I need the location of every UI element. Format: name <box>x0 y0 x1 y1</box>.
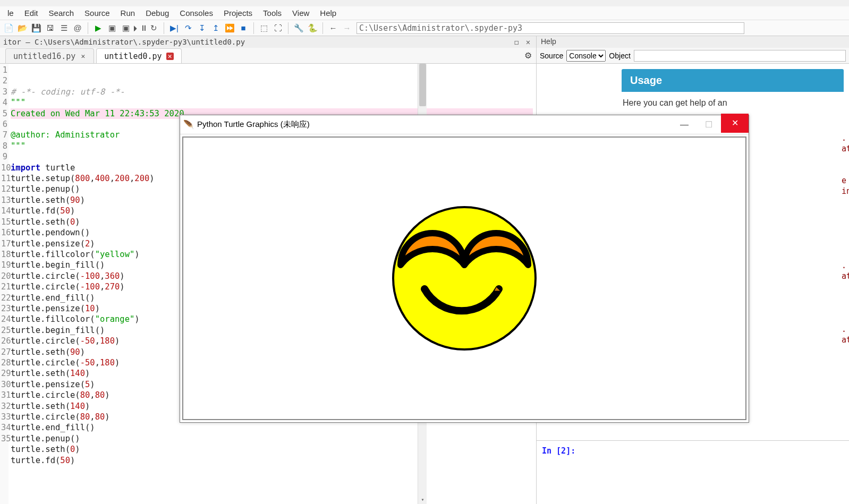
usage-text: Here you can get help of an <box>622 92 844 114</box>
menubar: leEditSearchSourceRunDebugConsolesProjec… <box>0 6 849 20</box>
stop-debug-icon[interactable]: ■ <box>237 22 250 35</box>
console-fragment: In [2]: <box>537 440 849 504</box>
app-titlebar <box>0 0 849 6</box>
fullscreen-icon[interactable]: ⛶ <box>271 22 284 35</box>
undock-icon[interactable]: ◻ <box>512 38 521 46</box>
console-slice: .atein.at.at <box>842 133 849 345</box>
open-file-icon[interactable]: 📂 <box>16 22 29 35</box>
menu-help[interactable]: Help <box>315 6 342 20</box>
rerun-icon[interactable]: ↻ <box>147 22 160 35</box>
workdir-input[interactable] <box>356 22 744 34</box>
close-button[interactable]: ✕ <box>721 114 749 133</box>
code-line[interactable]: turtle.end_fill() <box>11 422 533 433</box>
menu-debug[interactable]: Debug <box>140 6 174 20</box>
menu-tools[interactable]: Tools <box>258 6 287 20</box>
turtle-canvas <box>182 136 746 420</box>
main-toolbar: 📄 📂 💾 🖫 ☰ @ ▶ ▣ ▣ ⏵⏸ ↻ ▶| ↷ ↧ ↥ ⏩ ■ ⬚ ⛶ … <box>0 20 849 36</box>
tab-label: untitled0.py <box>104 52 162 61</box>
new-file-icon[interactable]: 📄 <box>2 22 15 35</box>
separator <box>253 22 254 34</box>
save-icon[interactable]: 💾 <box>30 22 43 35</box>
run-icon[interactable]: ▶ <box>92 22 105 35</box>
run-cell-next-icon[interactable]: ▣ <box>120 22 132 35</box>
scrollbar-thumb[interactable] <box>419 64 426 106</box>
object-label: Object <box>609 52 630 60</box>
usage-heading: Usage <box>622 69 844 92</box>
at-icon[interactable]: @ <box>71 22 84 35</box>
menu-run[interactable]: Run <box>115 6 141 20</box>
run-cell-icon[interactable]: ▣ <box>106 22 118 35</box>
close-panel-icon[interactable]: ✕ <box>523 38 533 46</box>
source-label: Source <box>540 52 563 60</box>
menu-search[interactable]: Search <box>44 6 80 20</box>
code-line[interactable]: turtle.fd(50) <box>11 455 533 466</box>
step-into-icon[interactable]: ↧ <box>196 22 208 35</box>
maximize-pane-icon[interactable]: ⬚ <box>258 22 270 35</box>
source-select[interactable]: Console <box>566 50 606 62</box>
continue-icon[interactable]: ⏩ <box>223 22 236 35</box>
object-input[interactable] <box>634 50 846 62</box>
python-feather-icon: 🪶 <box>183 119 194 130</box>
debug-icon[interactable]: ▶| <box>168 22 181 35</box>
menu-projects[interactable]: Projects <box>218 6 258 20</box>
smiley-drawing <box>390 204 539 353</box>
save-all-icon[interactable]: 🖫 <box>44 22 56 35</box>
code-line[interactable]: turtle.seth(0) <box>11 444 533 455</box>
maximize-button[interactable]: ☐ <box>697 117 721 133</box>
tab-close-icon[interactable]: ✕ <box>80 52 86 60</box>
preferences-icon[interactable]: 🔧 <box>292 22 305 35</box>
menu-source[interactable]: Source <box>79 6 115 20</box>
forward-icon[interactable]: → <box>341 22 353 35</box>
tab-label: untitled16.py <box>13 52 75 61</box>
console-prompt[interactable]: In [2]: <box>542 446 575 456</box>
menu-view[interactable]: View <box>287 6 315 20</box>
python-path-icon[interactable]: 🐍 <box>306 22 319 35</box>
tab-untitled16-py[interactable]: untitled16.py✕ <box>5 48 94 63</box>
code-line[interactable]: turtle.penup() <box>11 433 533 444</box>
list-icon[interactable]: ☰ <box>57 22 70 35</box>
separator <box>164 22 164 34</box>
separator <box>288 22 288 34</box>
turtle-window-title: Python Turtle Graphics (未响应) <box>197 119 310 130</box>
editor-title: itor — C:\Users\Administrator\.spyder-py… <box>0 36 536 48</box>
step-out-icon[interactable]: ↥ <box>209 22 222 35</box>
separator <box>88 22 88 34</box>
turtle-graphics-window[interactable]: 🪶 Python Turtle Graphics (未响应) — ☐ ✕ <box>180 115 749 423</box>
separator <box>322 22 323 34</box>
menu-edit[interactable]: Edit <box>19 6 44 20</box>
tab-close-icon[interactable]: ✕ <box>166 53 174 60</box>
line-gutter: 1 2 3 4 5 6 7 8 9 10 11 12 13 14 15 16 1… <box>0 64 9 504</box>
editor-options-icon[interactable]: ⚙ <box>524 50 532 61</box>
minimize-button[interactable]: — <box>672 117 697 133</box>
run-selection-icon[interactable]: ⏵⏸ <box>133 22 146 35</box>
back-icon[interactable]: ← <box>327 22 339 35</box>
help-controls: Source Console Object <box>537 48 849 64</box>
tab-untitled0-py[interactable]: untitled0.py✕ <box>96 48 181 63</box>
svg-point-0 <box>393 207 536 349</box>
editor-tabbar: untitled16.py✕untitled0.py✕⚙ <box>0 48 536 64</box>
menu-le[interactable]: le <box>2 6 19 20</box>
menu-consoles[interactable]: Consoles <box>174 6 218 20</box>
help-panel-title: Help <box>537 36 849 48</box>
turtle-window-titlebar[interactable]: 🪶 Python Turtle Graphics (未响应) — ☐ ✕ <box>180 115 749 134</box>
step-over-icon[interactable]: ↷ <box>182 22 194 35</box>
editor-title-text: itor — C:\Users\Administrator\.spyder-py… <box>3 38 245 46</box>
